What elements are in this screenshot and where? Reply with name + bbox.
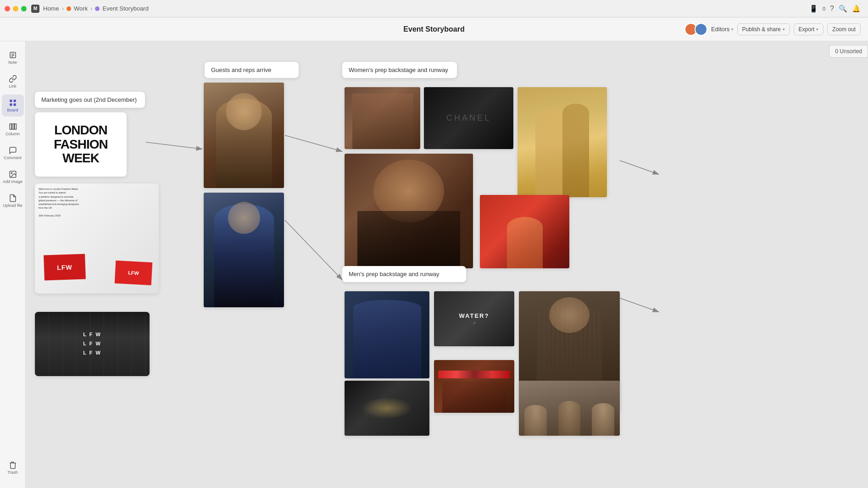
svg-rect-10 [14,124,16,129]
svg-line-14 [146,142,202,149]
fullscreen-button[interactable] [21,6,27,11]
sidebar-item-column[interactable]: Column [2,118,24,140]
close-button[interactable] [5,6,10,11]
sidebar-item-add-image[interactable]: Add image [2,166,24,188]
canvas: 0 Unsorted Marketing goes out (2nd Decem… [26,41,868,488]
badge: 0 [823,6,825,11]
mens-photo-6[interactable] [519,381,620,436]
avatar-2 [695,23,707,36]
zoom-out-button[interactable]: Zoom out [827,23,861,35]
sidebar-board-label: Board [7,108,18,112]
svg-line-17 [620,161,659,174]
svg-line-18 [620,298,659,312]
womens-card[interactable]: Women's prep backstage and runway [342,62,457,78]
svg-rect-5 [13,100,16,102]
toolbar-right: Editors ▾ Publish & share ▾ Export ▾ Zoo… [684,23,861,36]
womens-photo-5[interactable] [480,195,569,268]
sidebar-item-board[interactable]: Board [2,94,24,116]
avatar-group [684,23,707,36]
device-icon: 📱 [809,5,818,13]
help-icon[interactable]: ? [830,5,834,13]
export-button[interactable]: Export ▾ [794,23,824,35]
guest-photo-2[interactable] [204,193,284,307]
svg-rect-9 [12,124,14,129]
marketing-label: Marketing goes out (2nd December) [35,92,145,108]
titlebar: M Home › Work › Event Storyboard 📱 0 ? 🔍… [0,0,868,17]
sidebar-item-note[interactable]: Note [2,47,24,69]
mens-photo-1[interactable] [345,291,429,378]
breadcrumb: Home › Work › Event Storyboard [43,5,149,12]
svg-line-16 [285,220,342,280]
svg-point-12 [11,172,12,173]
lfw-logo-card[interactable]: LONDON FASHION WEEK [35,112,127,177]
womens-photo-3[interactable] [517,87,607,197]
venue-card[interactable]: L F W L F W L F W [35,312,150,376]
svg-rect-6 [10,104,12,106]
mens-photo-2[interactable]: WATER? ↗ [434,291,514,346]
womens-label: Women's prep backstage and runway [342,62,457,78]
womens-photo-2[interactable]: CHANEL [424,87,513,149]
unsorted-label: 0 Unsorted [835,48,862,55]
event-dot [95,6,100,11]
mens-photo-4[interactable] [434,360,514,413]
bell-icon[interactable]: 🔔 [852,5,861,13]
marketing-card[interactable]: Marketing goes out (2nd December) [35,92,145,108]
lfw-text: LONDON FASHION WEEK [54,123,107,166]
app-icon: M [31,5,39,13]
sidebar-add-image-label: Add image [3,179,22,184]
guests-card[interactable]: Guests and reps arrive [205,62,299,78]
chevron-down-icon: ▾ [783,27,785,32]
sidebar-comment-label: Comment [4,155,22,160]
svg-rect-4 [10,100,12,102]
mens-card[interactable]: Men's prep backstage and runway [342,266,466,282]
editors-button[interactable]: Editors ▾ [711,26,733,33]
sidebar-item-link[interactable]: Link [2,71,24,93]
guests-label: Guests and reps arrive [205,62,299,78]
breadcrumb-work[interactable]: Work [74,5,88,12]
guest-photo-1[interactable] [204,83,284,188]
chevron-down-icon: ▾ [731,27,734,32]
svg-rect-7 [13,104,16,106]
mens-label: Men's prep backstage and runway [342,266,466,282]
traffic-lights [5,6,27,11]
minimize-button[interactable] [13,6,18,11]
mens-photo-5[interactable] [345,381,429,436]
sidebar: Note Link Board Column Comment Add image… [0,41,26,488]
toolbar: Event Storyboard Editors ▾ Publish & sha… [0,17,868,41]
work-dot [67,6,71,11]
svg-rect-8 [10,124,11,129]
sidebar-column-label: Column [6,132,20,136]
toolbar-title: Event Storyboard [403,25,464,33]
svg-line-15 [285,135,342,151]
titlebar-right: 📱 0 ? 🔍 🔔 [809,5,861,13]
sidebar-item-comment[interactable]: Comment [2,142,24,164]
breadcrumb-current: Event Storyboard [102,5,148,12]
campaign-card[interactable]: Welcome to London Fashion Week You are i… [35,183,159,294]
sidebar-trash-label: Trash [7,470,18,475]
unsorted-panel: 0 Unsorted [829,45,868,58]
womens-photo-1[interactable] [345,87,420,149]
womens-photo-4[interactable] [345,154,473,268]
search-icon[interactable]: 🔍 [839,5,847,13]
chevron-down-icon: ▾ [816,27,818,32]
sidebar-item-trash[interactable]: Trash [2,457,24,479]
sidebar-upload-label: Upload file [3,203,22,208]
sidebar-link-label: Link [9,84,17,89]
breadcrumb-home[interactable]: Home [43,5,59,12]
publish-share-button[interactable]: Publish & share ▾ [737,23,790,35]
sidebar-note-label: Note [8,60,17,65]
sidebar-item-upload[interactable]: Upload file [2,190,24,212]
